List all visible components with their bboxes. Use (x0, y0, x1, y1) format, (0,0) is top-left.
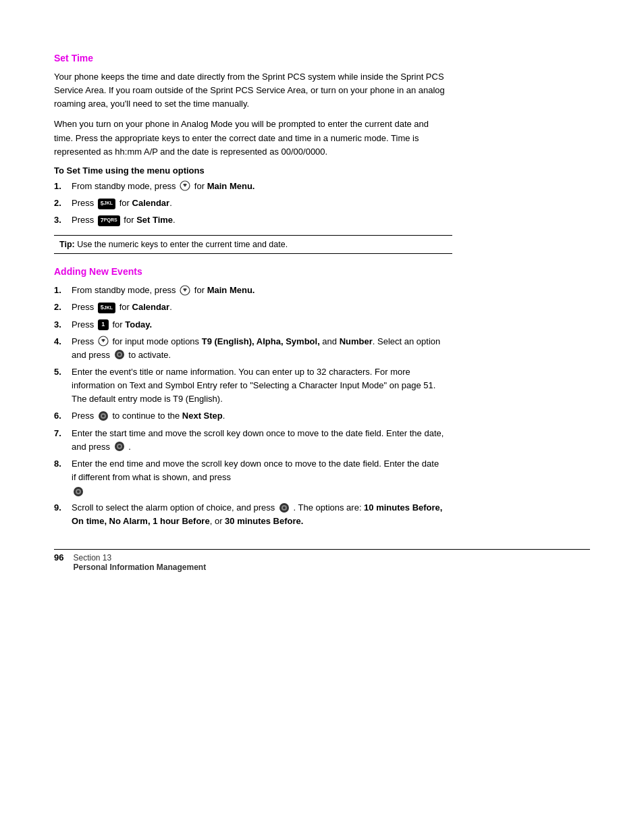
list-item: Press 5JKL for Calendar. (54, 301, 446, 314)
list-item: Scroll to select the alarm option of cho… (54, 501, 446, 528)
menu-icon (98, 336, 109, 346)
nav-icon (279, 502, 290, 513)
set-time-para1: Your phone keeps the time and date direc… (54, 70, 446, 111)
svg-point-8 (102, 415, 105, 417)
page-content: Set Time Your phone keeps the time and d… (0, 0, 644, 834)
key-1: 1 (98, 319, 109, 330)
list-item: Press 7PQRS for Set Time. (54, 213, 446, 227)
adding-new-events-section: Adding New Events From standby mode, pre… (54, 266, 590, 528)
nav-icon (98, 411, 109, 421)
tip-box: Tip: Use the numeric keys to enter the c… (54, 235, 452, 254)
key-7pqrs: 7PQRS (98, 215, 120, 226)
list-item: Press 5JKL for Calendar. (54, 197, 446, 210)
list-item: Press for input mode options T9 (English… (54, 335, 446, 362)
key-5jkl: 5JKL (98, 199, 115, 209)
footer-section-title: Personal Information Management (73, 563, 206, 572)
svg-point-14 (77, 490, 80, 493)
list-item: Press 1 for Today. (54, 318, 446, 332)
set-time-subheading: To Set Time using the menu options (54, 165, 590, 176)
adding-events-steps: From standby mode, press for Main Menu. … (54, 284, 590, 528)
tip-text: Use the numeric keys to enter the curren… (77, 240, 288, 249)
set-time-steps: From standby mode, press for Main Menu. … (54, 180, 590, 227)
nav-icon (73, 486, 84, 497)
set-time-section: Set Time Your phone keeps the time and d… (54, 53, 590, 254)
adding-events-heading: Adding New Events (54, 266, 590, 277)
list-item: Enter the event's title or name informat… (54, 365, 446, 406)
list-item: Enter the start time and move the scroll… (54, 427, 446, 454)
list-item: From standby mode, press for Main Menu. (54, 284, 446, 297)
svg-point-17 (283, 506, 286, 509)
set-time-para2: When you turn on your phone in Analog Mo… (54, 118, 446, 158)
list-item: Enter the end time and move the scroll k… (54, 457, 446, 498)
footer-page-number: 96 (54, 552, 63, 563)
svg-point-5 (118, 353, 121, 356)
footer: 96 Section 13 Personal Information Manag… (54, 549, 590, 572)
key-5jkl-2: 5JKL (98, 303, 115, 313)
menu-icon (180, 180, 190, 191)
footer-section-label: Section 13 (73, 553, 111, 563)
list-item: Press to continue to the Next Step. (54, 409, 446, 423)
menu-icon (180, 285, 190, 296)
nav-icon (114, 349, 125, 360)
svg-point-11 (118, 445, 121, 448)
nav-icon (114, 441, 125, 452)
set-time-heading: Set Time (54, 53, 590, 63)
list-item: From standby mode, press for Main Menu. (54, 180, 446, 193)
